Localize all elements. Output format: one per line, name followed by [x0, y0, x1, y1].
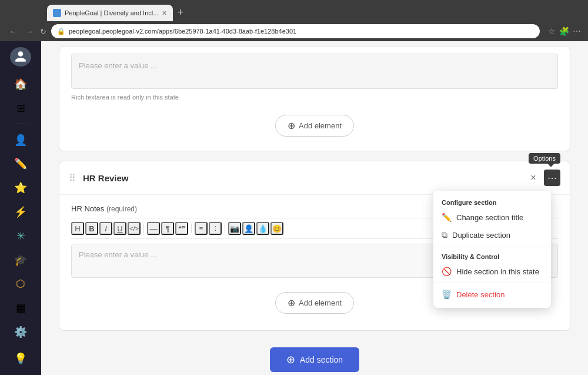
address-bar[interactable]: 🔒 peoplegoal.peoplegoal-v2.com/apps/6be2…: [51, 24, 540, 38]
hr-section-card: ⠿ HR Review × Options ⋯: [59, 161, 570, 331]
sidebar-item-network[interactable]: ⬡: [10, 274, 31, 294]
lock-icon: 🔒: [57, 28, 65, 35]
sidebar-item-table[interactable]: ▦: [10, 298, 31, 318]
close-section-button[interactable]: ×: [525, 170, 542, 186]
options-tooltip-label: Options: [529, 153, 560, 164]
sidebar-item-settings[interactable]: ⚙️: [10, 323, 31, 342]
forward-button[interactable]: →: [24, 25, 35, 37]
add-section-row: ⊕ Add section: [59, 340, 570, 375]
close-icon: ×: [530, 172, 536, 183]
tab-title: PeopleGoal | Diversity and Incl...: [65, 9, 158, 16]
heading-button[interactable]: H: [71, 222, 84, 235]
ol-button[interactable]: ⋮: [209, 222, 222, 235]
sidebar-item-bulb[interactable]: 💡: [10, 349, 31, 368]
quote-button[interactable]: ❝❞: [175, 222, 188, 235]
required-indicator: (required): [106, 205, 137, 213]
underline-button[interactable]: U: [113, 222, 126, 235]
extensions-button[interactable]: 🧩: [559, 26, 569, 36]
bookmark-button[interactable]: ☆: [548, 26, 556, 36]
configure-section-label: Configure section: [433, 195, 551, 208]
graduation-icon: 🎓: [14, 254, 27, 267]
user-button[interactable]: 👤: [242, 222, 255, 235]
options-dropdown: Configure section ✏️ Change section titl…: [433, 191, 551, 308]
emoji-button[interactable]: 😊: [270, 222, 283, 235]
asterisk-icon: ✳: [16, 230, 25, 243]
hr-section-title: HR Review: [83, 173, 520, 183]
edit-icon: ✏️: [14, 157, 27, 170]
star-icon: ⭐: [14, 181, 27, 194]
main-content: Please enter a value ... Rich textarea i…: [41, 41, 588, 375]
bolt-icon: ⚡: [14, 205, 27, 218]
code-button[interactable]: </>: [128, 222, 141, 235]
back-button[interactable]: ←: [7, 25, 19, 37]
bulb-icon: 💡: [14, 352, 27, 365]
change-title-item[interactable]: ✏️ Change section title: [433, 208, 551, 226]
add-section-button[interactable]: ⊕ Add section: [270, 347, 359, 372]
duplicate-section-item[interactable]: ⧉ Duplicate section: [433, 226, 551, 244]
home-icon: 🏠: [14, 78, 27, 91]
top-textarea[interactable]: Please enter a value ...: [71, 54, 558, 89]
duplicate-icon: ⧉: [442, 230, 447, 240]
top-section-card: Please enter a value ... Rich textarea i…: [59, 46, 570, 151]
hide-section-item[interactable]: 🚫 Hide section in this state: [433, 263, 551, 280]
table-icon: ▦: [16, 301, 26, 314]
hide-icon: 🚫: [442, 267, 452, 276]
color-button[interactable]: 💧: [256, 222, 269, 235]
toolbar-divider-3: [225, 224, 225, 233]
readonly-note: Rich textarea is read only in this state: [71, 94, 558, 101]
sidebar-avatar[interactable]: [10, 47, 31, 67]
sidebar-item-edit[interactable]: ✏️: [10, 154, 31, 174]
pencil-icon: ✏️: [442, 213, 452, 222]
divider-button[interactable]: —: [147, 222, 160, 235]
sidebar-item-grid[interactable]: ⊞: [10, 99, 31, 118]
grid-icon: ⊞: [16, 102, 25, 115]
options-dots-icon: ⋯: [547, 172, 557, 184]
add-element-button[interactable]: ⊕ Add element: [275, 292, 354, 314]
bold-button[interactable]: B: [85, 222, 98, 235]
plus-circle-icon: ⊕: [288, 120, 295, 131]
sidebar-item-home[interactable]: 🏠: [10, 75, 31, 94]
image-button[interactable]: 📷: [228, 222, 241, 235]
delete-section-item[interactable]: 🗑️ Delete section: [433, 286, 551, 303]
toolbar-divider-2: [191, 224, 192, 233]
options-button[interactable]: ⋯: [544, 170, 560, 186]
new-tab-button[interactable]: +: [178, 6, 184, 19]
tab-favicon: [53, 9, 61, 17]
sidebar-item-user[interactable]: 👤: [10, 130, 31, 150]
plus-circle-icon-2: ⊕: [288, 297, 295, 308]
menu-button[interactable]: ⋯: [573, 26, 581, 36]
visibility-label: Visibility & Control: [433, 250, 551, 263]
tooltip-divider-2: [433, 283, 551, 283]
paragraph-button[interactable]: ¶: [161, 222, 174, 235]
user-icon: 👤: [14, 134, 27, 147]
settings-icon: ⚙️: [14, 326, 27, 339]
trash-icon: 🗑️: [442, 290, 452, 299]
reload-button[interactable]: ↻: [40, 27, 46, 36]
tab-close-button[interactable]: ×: [162, 8, 166, 18]
italic-button[interactable]: I: [99, 222, 112, 235]
sidebar-divider: [12, 124, 29, 124]
tooltip-divider: [433, 247, 551, 247]
hr-section-header: ⠿ HR Review × Options ⋯: [59, 161, 570, 195]
top-add-element-button[interactable]: ⊕ Add element: [275, 115, 354, 137]
sidebar-item-bolt[interactable]: ⚡: [10, 203, 31, 222]
section-actions: × Options ⋯ Configure section: [525, 170, 560, 186]
sidebar-item-graduation[interactable]: 🎓: [10, 250, 31, 270]
sidebar: 🏠 ⊞ 👤 ✏️ ⭐ ⚡ ✳ 🎓 ⬡ ▦ ⚙️ 💡: [0, 41, 41, 375]
url-text: peoplegoal.peoplegoal-v2.com/apps/6be259…: [69, 28, 534, 35]
ul-button[interactable]: ≡: [195, 222, 208, 235]
toolbar-divider-1: [143, 224, 144, 233]
add-section-plus-icon: ⊕: [286, 353, 295, 366]
active-tab[interactable]: PeopleGoal | Diversity and Incl... ×: [47, 5, 173, 21]
network-icon: ⬡: [16, 277, 25, 290]
drag-handle-icon[interactable]: ⠿: [69, 172, 76, 184]
sidebar-item-asterisk[interactable]: ✳: [10, 226, 31, 245]
sidebar-item-star[interactable]: ⭐: [10, 178, 31, 198]
